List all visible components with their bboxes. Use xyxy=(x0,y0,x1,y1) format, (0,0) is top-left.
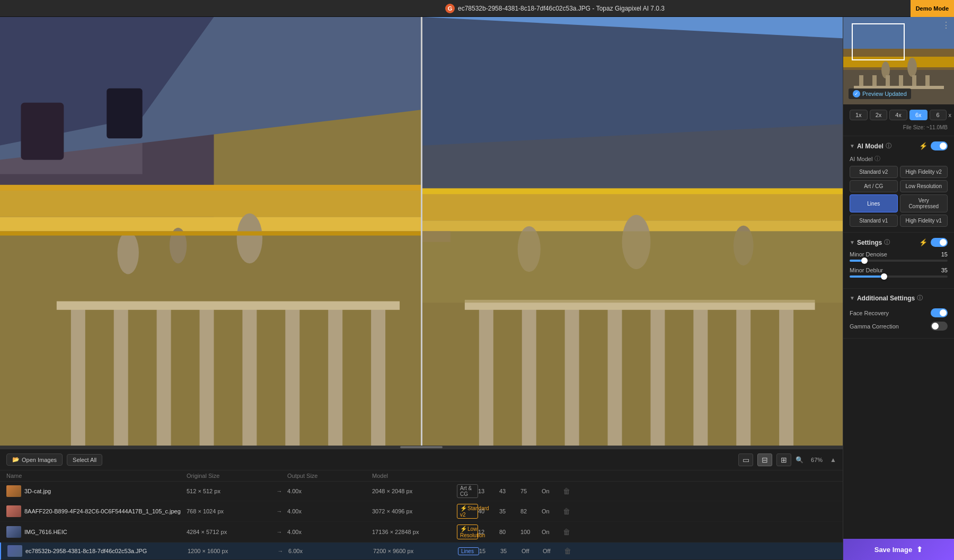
canvas-area: 📂 Open Images Select All ▭ ⊟ ⊞ 🔍 67% ▲ xyxy=(0,17,843,560)
svg-rect-33 xyxy=(522,303,536,446)
scale-unit-label: x xyxy=(949,112,952,118)
stat-v1: 13 xyxy=(478,488,499,494)
file-name-text: 3D-cat.jpg xyxy=(24,488,51,494)
lightning-icon: ⚡ xyxy=(460,505,467,511)
svg-rect-38 xyxy=(736,303,750,446)
collapse-icon[interactable]: ▲ xyxy=(830,456,836,464)
table-row[interactable]: ec78532b-2958-4381-8c18-7df46c02c53a.JPG… xyxy=(0,543,843,560)
table-row[interactable]: 3D-cat.jpg 512 × 512 px → 4.00x 2048 × 2… xyxy=(0,482,843,501)
minor-deblur-fill xyxy=(850,275,884,278)
svg-rect-60 xyxy=(925,75,930,86)
minor-denoise-track[interactable] xyxy=(850,260,948,262)
table-row[interactable]: IMG_7616.HEIC 4284 × 5712 px → 4.00x 171… xyxy=(0,522,843,543)
additional-settings-header: ▼ Additional Settings ⓘ xyxy=(850,294,948,302)
right-sidebar: ⋮ ✓ Preview Updated 1x 2x 4x 6x x File S… xyxy=(843,17,954,560)
model-btn-art-cg[interactable]: Art / CG xyxy=(850,180,898,192)
delete-file-button[interactable]: 🗑 xyxy=(563,507,579,515)
file-name-text: 8AAFF220-B899-4F24-82C6-0C6F5444A17B_1_1… xyxy=(24,508,181,514)
model-btn-high-fidelity-v1[interactable]: High Fidelity v1 xyxy=(900,215,948,227)
scroll-thumb xyxy=(400,446,443,448)
ai-model-sub-info-icon: ⓘ xyxy=(874,155,880,163)
svg-rect-6 xyxy=(0,217,421,232)
scale-4x-button[interactable]: 4x xyxy=(889,110,907,120)
gamma-correction-toggle[interactable] xyxy=(931,322,948,331)
ai-model-info-icon: ⓘ xyxy=(886,142,891,150)
gamma-correction-row: Gamma Correction xyxy=(850,319,948,333)
settings-toggle[interactable] xyxy=(931,238,948,247)
model-btn-high-fidelity-v2[interactable]: High Fidelity v2 xyxy=(900,166,948,178)
svg-rect-35 xyxy=(607,303,622,446)
gamma-correction-knob xyxy=(932,323,939,330)
select-all-button[interactable]: Select All xyxy=(67,454,102,466)
file-name-cell: 3D-cat.jpg xyxy=(6,485,187,497)
svg-rect-31 xyxy=(422,189,843,194)
model-badge: ⚡Standard v2 xyxy=(457,504,478,519)
model-btn-low-resolution[interactable]: Low Resolution xyxy=(900,180,948,192)
table-row[interactable]: 8AAFF220-B899-4F24-82C6-0C6F5444A17B_1_1… xyxy=(0,501,843,522)
model-badge: Lines xyxy=(458,547,479,555)
stat-v1: 15 xyxy=(479,548,500,554)
model-btn-lines[interactable]: Lines xyxy=(850,194,898,212)
delete-file-button[interactable]: 🗑 xyxy=(563,487,579,495)
model-btn-standard-v1[interactable]: Standard v1 xyxy=(850,215,898,227)
zoom-level: 67% xyxy=(808,457,826,463)
scale-factor: 4.00x xyxy=(287,529,372,535)
file-name-cell: ec78532b-2958-4381-8c18-7df46c02c53a.JPG xyxy=(7,545,188,557)
save-image-button[interactable]: Save Image ⬆ xyxy=(843,539,954,560)
delete-file-button[interactable]: 🗑 xyxy=(563,528,579,536)
face-recovery-toggle[interactable] xyxy=(931,308,948,317)
image-right-half[interactable] xyxy=(422,17,843,446)
scale-custom-input[interactable] xyxy=(930,110,947,120)
demo-mode-badge: Demo Mode xyxy=(911,0,954,17)
view-mode-single[interactable]: ▭ xyxy=(738,454,753,466)
minor-deblur-track[interactable] xyxy=(850,275,948,278)
model-btn-standard-v2[interactable]: Standard v2 xyxy=(850,166,898,178)
svg-rect-8 xyxy=(114,303,128,446)
svg-rect-39 xyxy=(779,303,793,446)
svg-point-53 xyxy=(907,58,917,77)
image-left-half[interactable] xyxy=(0,17,421,446)
svg-rect-56 xyxy=(872,75,877,86)
check-icon: ✓ xyxy=(853,90,860,97)
ai-model-grid: Standard v2 High Fidelity v2 Art / CG Lo… xyxy=(850,166,948,227)
minor-deblur-thumb[interactable] xyxy=(881,273,887,280)
ai-model-toggle[interactable] xyxy=(931,141,948,150)
save-image-label: Save Image xyxy=(874,546,913,554)
ai-model-header: ▼ AI Model ⓘ ⚡ xyxy=(850,141,948,150)
ai-model-collapse-icon[interactable]: ▼ xyxy=(850,143,855,149)
app-icon: G ec78532b-2958-4381-8c18-7df46c02c53a.J… xyxy=(445,4,665,13)
scale-2x-button[interactable]: 2x xyxy=(870,110,888,120)
scale-buttons-row: 1x 2x 4x 6x x xyxy=(850,110,948,120)
view-mode-split[interactable]: ⊟ xyxy=(757,454,772,466)
original-size: 1200 × 1600 px xyxy=(188,548,272,554)
stat-v2: 35 xyxy=(499,508,520,514)
minor-denoise-thumb[interactable] xyxy=(861,257,868,264)
svg-rect-24 xyxy=(107,88,142,138)
view-mode-grid[interactable]: ⊞ xyxy=(776,454,791,466)
open-images-button[interactable]: 📂 Open Images xyxy=(6,454,63,466)
model-btn-very-compressed[interactable]: Very Compressed xyxy=(900,194,948,212)
image-preview[interactable] xyxy=(0,17,843,446)
svg-point-19 xyxy=(237,214,263,263)
col-name: Name xyxy=(6,473,187,479)
stat-v3: 75 xyxy=(520,488,542,494)
delete-file-button[interactable]: 🗑 xyxy=(564,547,580,555)
lightning-icon: ⚡ xyxy=(460,526,467,532)
minor-denoise-label: Minor Denoise xyxy=(850,251,887,257)
file-list-header: Name Original Size Output Size Model xyxy=(0,470,843,482)
scale-1x-button[interactable]: 1x xyxy=(850,110,868,120)
settings-collapse-icon[interactable]: ▼ xyxy=(850,239,855,245)
scale-6x-button[interactable]: 6x xyxy=(909,110,928,120)
svg-rect-36 xyxy=(650,303,665,446)
col-v5 xyxy=(542,473,563,479)
settings-title: ▼ Settings ⓘ xyxy=(850,238,890,246)
additional-settings-collapse-icon[interactable]: ▼ xyxy=(850,295,855,301)
additional-settings-title: ▼ Additional Settings ⓘ xyxy=(850,294,923,302)
settings-lightning-icon: ⚡ xyxy=(919,238,928,246)
stat-v3: 100 xyxy=(520,529,542,535)
col-v1 xyxy=(457,473,478,479)
file-name-text: ec78532b-2958-4381-8c18-7df46c02c53a.JPG xyxy=(25,548,147,554)
more-menu-icon[interactable]: ⋮ xyxy=(942,20,950,30)
file-rows-container: 3D-cat.jpg 512 × 512 px → 4.00x 2048 × 2… xyxy=(0,482,843,560)
original-size: 512 × 512 px xyxy=(187,488,271,494)
